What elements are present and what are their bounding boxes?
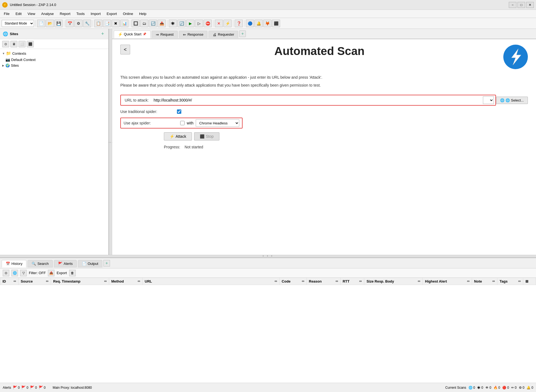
stop-btn[interactable]: ⛔ (204, 20, 212, 27)
col-reason[interactable]: Reason ⇔ (307, 278, 340, 285)
tab-alerts[interactable]: 🚩 Alerts (54, 260, 77, 267)
sidebar-tool-monitor[interactable]: 🖥 (10, 41, 17, 47)
options-btn[interactable]: ⚙ (74, 20, 82, 27)
tree-contexts[interactable]: ▼ 📁 Contexts (0, 50, 108, 57)
col-reason-resize[interactable]: ⇔ (335, 279, 338, 283)
passive-scan-btn[interactable]: ▷ (195, 20, 203, 27)
tab-output[interactable]: 📄 Output (78, 260, 102, 267)
col-ts-resize[interactable]: ⇔ (104, 279, 107, 283)
toolbar-btn-10[interactable]: 🔃 (149, 20, 157, 27)
sites-add-button[interactable]: + (100, 31, 106, 37)
col-source[interactable]: Source ⇔ (19, 278, 51, 285)
break-btn[interactable]: ✕ (215, 20, 223, 27)
mode-select[interactable]: Standard Mode Safe Mode Protected Mode A… (2, 20, 34, 27)
toolbar-btn-11[interactable]: 📤 (158, 20, 166, 27)
active-scan-btn[interactable]: ▶ (186, 20, 194, 27)
col-url-resize[interactable]: ⇔ (274, 279, 277, 283)
col-size[interactable]: Size Resp. Body ⇔ (364, 278, 423, 285)
ajax-spider-checkbox[interactable] (180, 121, 185, 125)
col-id-resize[interactable]: ⇔ (13, 279, 16, 283)
tab-requester[interactable]: 🖨 Requester (209, 31, 238, 38)
toolbar-btn-4[interactable]: 📋 (94, 20, 102, 27)
menu-help[interactable]: Help (136, 11, 149, 17)
col-extra[interactable]: ⊞ (523, 278, 536, 285)
save-session-btn[interactable]: 💾 (54, 20, 63, 27)
tab-response[interactable]: ⇐ Response (179, 31, 208, 38)
toolbar-btn-5[interactable]: 📑 (103, 20, 111, 27)
toolbar-btn-6[interactable]: ✖ (112, 20, 120, 27)
col-note-resize[interactable]: ⇔ (492, 279, 495, 283)
toolbar-btn-9[interactable]: 🗂 (140, 20, 148, 27)
spider-btn[interactable]: 🕷 (169, 20, 177, 27)
browser-select[interactable]: Chrome Headless Firefox Headless Chrome … (196, 119, 239, 127)
col-code[interactable]: Code ⇔ (279, 278, 307, 285)
url-input[interactable] (152, 97, 481, 103)
ajax-spider-btn[interactable]: 🔄 (177, 20, 186, 27)
scan-policy-btn[interactable]: 🔧 (83, 20, 91, 27)
toolbar-btn-market[interactable]: 🔵 (246, 20, 254, 27)
tree-sites[interactable]: ▶ 🌍 Sites (0, 63, 108, 68)
col-tags-resize[interactable]: ⇔ (518, 279, 521, 283)
sidebar-tool-home[interactable]: ⊙ (2, 41, 9, 47)
open-session-btn[interactable]: 📂 (46, 20, 54, 27)
tab-request[interactable]: ⇒ Request (152, 31, 177, 38)
menu-tools[interactable]: Tools (74, 11, 87, 17)
menu-import[interactable]: Import (88, 11, 103, 17)
toolbar-btn-extra[interactable]: ⬛ (272, 20, 280, 27)
tab-search[interactable]: 🔍 Search (27, 260, 53, 267)
help-btn[interactable]: ❓ (235, 20, 243, 27)
tab-add-button[interactable]: + (239, 30, 246, 37)
attack-button[interactable]: ⚡ Attack (164, 132, 192, 140)
menu-view[interactable]: View (25, 11, 38, 17)
delete-btn[interactable]: 🗑 (69, 270, 76, 276)
col-timestamp[interactable]: Req. Timestamp ⇔ (51, 278, 109, 285)
vertical-splitter[interactable]: ⋮ (109, 29, 112, 255)
select-button[interactable]: 🌐 🌐 Select... (496, 97, 528, 104)
globe-btn[interactable]: 🌐 (11, 270, 18, 276)
col-rtt-resize[interactable]: ⇔ (359, 279, 362, 283)
traditional-spider-checkbox[interactable] (177, 109, 181, 114)
col-method-resize[interactable]: ⇔ (137, 279, 140, 283)
minimize-button[interactable]: − (509, 2, 516, 8)
tab-quick-start[interactable]: ⚡ Quick Start 📌 (114, 30, 151, 38)
export-btn[interactable]: 📤 (48, 270, 54, 276)
toolbar-btn-7[interactable]: 📊 (120, 20, 128, 27)
col-source-resize[interactable]: ⇔ (46, 279, 48, 283)
sidebar-tool-tab[interactable]: ⬛ (27, 41, 34, 47)
menu-online[interactable]: Online (120, 11, 136, 17)
new-session-btn[interactable]: 📄 (37, 20, 45, 27)
close-button[interactable]: ✕ (526, 2, 534, 8)
col-code-resize[interactable]: ⇔ (302, 279, 304, 283)
menu-edit[interactable]: Edit (13, 11, 24, 17)
bottom-tab-add-button[interactable]: + (103, 260, 110, 267)
url-history-select[interactable] (483, 96, 494, 104)
col-alert-resize[interactable]: ⇔ (467, 279, 470, 283)
toolbar-btn-firefox[interactable]: 🦊 (263, 20, 271, 27)
back-button[interactable]: < (120, 45, 130, 54)
tree-default-context[interactable]: 📷 Default Context (0, 57, 108, 63)
menu-report[interactable]: Report (57, 11, 73, 17)
toolbar-btn-8[interactable]: 🔲 (131, 20, 140, 27)
maximize-button[interactable]: □ (517, 2, 525, 8)
session-props-btn[interactable]: 📅 (66, 20, 74, 27)
col-highest-alert[interactable]: Highest Alert ⇔ (423, 278, 472, 285)
tab-history[interactable]: 📅 History (2, 260, 26, 268)
col-id[interactable]: ID ⇔ (0, 278, 19, 285)
col-method[interactable]: Method ⇔ (109, 278, 142, 285)
col-note[interactable]: Note ⇔ (472, 278, 497, 285)
menu-export[interactable]: Export (104, 11, 120, 17)
refresh-btn[interactable]: ⊙ (3, 270, 9, 276)
stop-button[interactable]: ⬛ Stop (194, 132, 219, 140)
toolbar-sep-5 (167, 20, 167, 27)
horizontal-splitter[interactable]: • • • (0, 255, 536, 258)
col-rtt[interactable]: RTT ⇔ (340, 278, 364, 285)
col-url[interactable]: URL ⇔ (142, 278, 279, 285)
sidebar-tool-window[interactable]: ⬜ (19, 41, 26, 47)
col-tags[interactable]: Tags ⇔ (497, 278, 523, 285)
toolbar-btn-alerts[interactable]: 🔔 (255, 20, 263, 27)
menu-analyse[interactable]: Analyse (38, 11, 56, 17)
fuzzer-btn[interactable]: ⚡ (223, 20, 232, 27)
filter-btn[interactable]: ▽ (20, 270, 27, 276)
menu-file[interactable]: File (1, 11, 12, 17)
col-size-resize[interactable]: ⇔ (418, 279, 420, 283)
